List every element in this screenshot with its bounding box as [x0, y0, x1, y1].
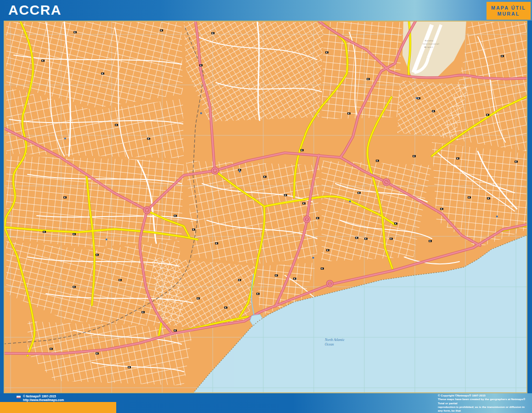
- legal-line-2: These maps have been created by the geog…: [438, 397, 530, 405]
- footer-legal-text: © Copyright ©Netmaps® 1997-2015 These ma…: [438, 394, 530, 413]
- accra-wall-map-poster: { "header": { "title": "ACCRA", "badge":…: [0, 0, 532, 413]
- mapa-util-mural-badge: MAPA ÚTIL MURAL: [487, 2, 531, 20]
- city-street-map: Kotoka International Airport North Atlan…: [0, 0, 532, 413]
- legal-line-1: © Copyright ©Netmaps® 1997-2015: [438, 394, 530, 397]
- svg-text:Ocean: Ocean: [325, 342, 334, 346]
- badge-line-1: MAPA ÚTIL: [491, 5, 526, 11]
- website-url: http://www.thewallmaps.com: [23, 398, 64, 402]
- svg-text:International: International: [423, 43, 440, 45]
- legal-line-3: reproduction is prohibited; as is the tr…: [438, 405, 530, 413]
- page-title: ACCRA: [8, 2, 62, 18]
- header-band: ACCRA: [0, 0, 532, 21]
- badge-line-2: MURAL: [498, 11, 520, 17]
- footer-band: © Netmaps® 1997-2015 http://www.thewallm…: [0, 393, 532, 413]
- footer-orange-bar: [0, 402, 116, 413]
- svg-text:Kotoka: Kotoka: [425, 40, 434, 42]
- copyright-line: © Netmaps® 1997-2015: [23, 395, 64, 398]
- svg-text:Airport: Airport: [424, 46, 434, 48]
- svg-text:North Atlantic: North Atlantic: [324, 338, 345, 342]
- netmaps-flag-icon: [17, 396, 21, 398]
- map-area: Kotoka International Airport North Atlan…: [0, 0, 532, 413]
